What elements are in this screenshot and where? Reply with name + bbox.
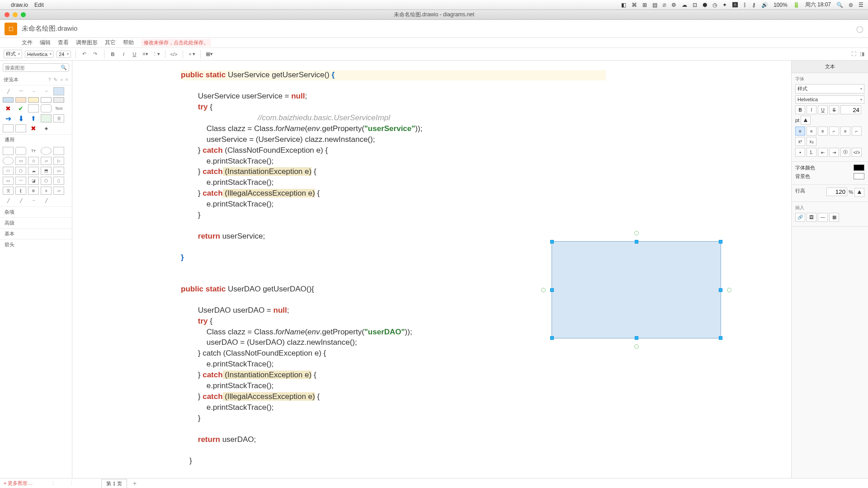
shape-rect-blue[interactable] — [53, 87, 64, 95]
gshape-parallel[interactable]: ▱ — [41, 157, 52, 165]
resize-handle-br[interactable] — [719, 336, 722, 340]
subscript-toggle[interactable]: x₂ — [807, 137, 816, 146]
shape-rounded[interactable] — [41, 104, 52, 113]
shape-arrow-up[interactable]: ⬆ — [28, 114, 39, 122]
insert-link[interactable]: 🔗 — [795, 213, 805, 222]
mac-edit[interactable]: Edit — [34, 2, 44, 8]
gshape-line3[interactable]: ╱ — [41, 197, 52, 205]
resize-handle-ml[interactable] — [550, 288, 554, 292]
connector-handle-right[interactable] — [727, 288, 731, 292]
spotlight-icon[interactable]: 🔍 — [836, 2, 843, 8]
status-icon[interactable]: ⊡ — [693, 2, 697, 8]
gshape-process[interactable]: ▭ — [15, 157, 26, 165]
notification-icon[interactable]: ☰ — [859, 2, 863, 8]
shape-note[interactable] — [15, 124, 26, 132]
bold-button[interactable]: B — [109, 50, 117, 58]
gshape-trap[interactable]: ⬯ — [53, 177, 64, 185]
control-center-icon[interactable]: ⊜ — [849, 2, 853, 8]
fontsize-select[interactable]: 24 — [57, 51, 71, 58]
gshape-tape[interactable]: 〰 — [15, 177, 26, 185]
resize-handle-mr[interactable] — [719, 288, 722, 292]
gshape-rounded[interactable] — [15, 147, 26, 155]
swatch-gray[interactable] — [53, 97, 64, 103]
status-icon[interactable]: ⊞ — [642, 2, 647, 8]
superscript-toggle[interactable]: x² — [795, 137, 805, 146]
more-shapes-link[interactable]: + 更多图形… — [4, 480, 33, 487]
valign-bottom[interactable]: ⌐ — [852, 127, 862, 136]
category-misc[interactable]: 杂项 — [0, 206, 72, 217]
gshape-square[interactable] — [53, 147, 64, 155]
status-icon[interactable]: 🅰 — [732, 2, 738, 8]
connector-handle-left[interactable] — [541, 288, 546, 292]
gshape-ellipse[interactable] — [41, 147, 52, 155]
indent-dec[interactable]: ⇤ — [818, 148, 828, 157]
gshape-callout[interactable]: ⬒ — [41, 167, 52, 175]
halign-center[interactable]: ≡ — [807, 127, 816, 136]
gshape-cloud[interactable]: ☁ — [28, 167, 39, 175]
scratch-actions[interactable]: ？ ✎ ＋ × — [47, 76, 68, 83]
category-advanced[interactable]: 高级 — [0, 217, 72, 228]
menu-arrange[interactable]: 调整图形 — [76, 39, 98, 47]
gshape-hexagon[interactable]: ⬡ — [15, 167, 26, 175]
document-title[interactable]: 未命名绘图.drawio — [22, 24, 77, 33]
table-button[interactable]: ▦▾ — [205, 50, 213, 58]
bluetooth-icon[interactable]: ᛒ — [743, 2, 746, 8]
shape-arrow-down[interactable]: ⬇ — [15, 114, 26, 122]
underline-toggle[interactable]: U — [818, 105, 828, 114]
unsaved-warning[interactable]: 修改未保存，点击此处保存。 — [141, 39, 211, 47]
account-icon[interactable]: ◯ — [856, 25, 863, 33]
fullscreen-icon[interactable]: ⛶ — [851, 51, 856, 57]
volume-icon[interactable]: 🔊 — [761, 2, 768, 8]
shape-actor[interactable]: 웃 — [53, 114, 64, 122]
font-select[interactable]: Helvetica — [25, 51, 54, 58]
redo-button[interactable]: ↷ — [91, 50, 99, 58]
status-icon[interactable]: ▤ — [652, 2, 657, 8]
lineheight-input[interactable] — [826, 188, 847, 196]
status-icon[interactable]: ✦ — [722, 2, 727, 8]
status-icon[interactable]: ◧ — [621, 2, 626, 8]
shape-line[interactable]: ╱ — [3, 87, 14, 95]
shape-curve[interactable]: 〰 — [15, 87, 26, 95]
search-input[interactable] — [5, 65, 61, 70]
category-arrow[interactable]: 箭头 — [0, 239, 72, 250]
strike-toggle[interactable]: S — [829, 105, 839, 114]
menu-view[interactable]: 查看 — [58, 39, 69, 47]
page-tab-1[interactable]: 第 1 页 — [101, 479, 127, 488]
list-bullet[interactable]: • — [795, 148, 805, 157]
code-button[interactable]: </> — [170, 50, 178, 58]
status-icon[interactable]: ⌘ — [632, 2, 637, 8]
mac-app-name[interactable]: draw.io — [11, 2, 28, 8]
gshape-actor2[interactable]: 웃 — [3, 187, 14, 195]
font-dropdown[interactable]: Helvetica — [795, 95, 864, 103]
bgcolor-swatch[interactable] — [854, 173, 864, 179]
underline-button[interactable]: U — [131, 50, 139, 58]
battery-icon[interactable]: 🔋 — [793, 2, 800, 8]
clock[interactable]: 周六 18:07 — [805, 1, 831, 9]
resize-handle-bm[interactable] — [635, 336, 638, 340]
format-tab-text[interactable]: 文本 — [792, 61, 868, 73]
shape-dash-line[interactable]: ┄ — [41, 87, 52, 95]
html-toggle[interactable]: </> — [852, 148, 862, 157]
italic-button[interactable]: I — [120, 50, 128, 58]
shape-component[interactable] — [41, 114, 52, 122]
insert-hr[interactable]: — — [818, 213, 828, 222]
status-icon[interactable]: ☁ — [682, 2, 687, 8]
gshape-triangle[interactable]: ▷ — [53, 157, 64, 165]
swatch-yellow[interactable] — [28, 97, 39, 103]
selected-rectangle-shape[interactable] — [552, 241, 721, 338]
fontsize-stepper[interactable]: ⯅ — [801, 116, 811, 125]
scratchpad-header[interactable]: 便笺本 ？ ✎ ＋ × — [0, 75, 72, 85]
list-button[interactable]: ⋮▾ — [152, 50, 160, 58]
shape-x2[interactable]: ✖ — [28, 124, 39, 132]
status-icon[interactable]: ⚙ — [671, 2, 676, 8]
fontsize-input[interactable] — [840, 105, 861, 114]
search-icon[interactable]: 🔍 — [61, 65, 67, 70]
shape-text[interactable]: Text — [53, 104, 64, 113]
align-button[interactable]: ≡▾ — [142, 50, 150, 58]
status-icon[interactable]: ◷ — [712, 2, 717, 8]
minimize-icon[interactable] — [13, 12, 18, 17]
resize-handle-tm[interactable] — [635, 240, 638, 244]
shape-x[interactable]: ✖ — [3, 104, 14, 113]
gshape-line2[interactable]: ╱ — [15, 197, 26, 205]
gshape-step[interactable]: ⬠ — [41, 177, 52, 185]
